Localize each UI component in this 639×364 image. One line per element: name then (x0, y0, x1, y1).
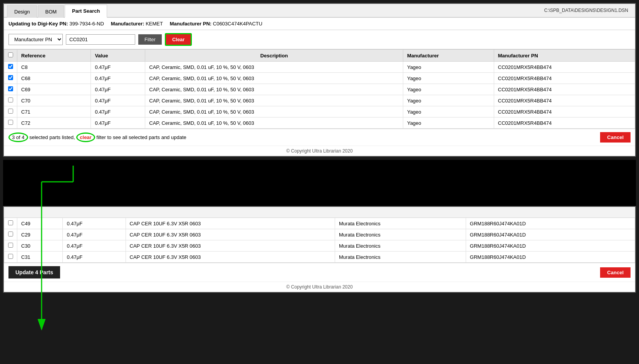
col-reference: Reference (17, 50, 91, 62)
row-reference: C68 (17, 73, 91, 84)
bottom-parts-table: C49 0.47μF CAP CER 10UF 6.3V X5R 0603 Mu… (4, 218, 635, 263)
row-checkbox[interactable] (8, 64, 13, 69)
row-manufacturer: Yageo (403, 73, 494, 84)
row-manufacturer: Yageo (403, 95, 494, 106)
row-description: CAP, Ceramic, SMD, 0.01 uF, 10 %, 50 V, … (145, 95, 403, 106)
row-mfr-pn: CC0201MRX5R4BB474 (494, 106, 635, 117)
partial-header (4, 207, 635, 218)
row-manufacturer: Yageo (403, 84, 494, 95)
row-checkbox-cell[interactable] (4, 95, 17, 106)
row-mfr-pn: CC0201MRX5R4BB474 (494, 84, 635, 95)
filter-input[interactable] (66, 34, 135, 45)
row-manufacturer: Yageo (403, 106, 494, 117)
row-manufacturer: Murata Electronics (335, 218, 466, 229)
row-reference: C71 (17, 106, 91, 117)
black-section (3, 160, 636, 206)
row-checkbox-cell[interactable] (4, 240, 17, 252)
status-bar: 3 of 4 selected parts listed, clear filt… (4, 129, 635, 146)
row-manufacturer: Yageo (403, 117, 494, 129)
row-description: CAP, Ceramic, SMD, 0.01 uF, 10 %, 50 V, … (145, 106, 403, 117)
row-description: CAP CER 10UF 6.3V X5R 0603 (126, 218, 335, 229)
col-manufacturer: Manufacturer (403, 50, 494, 62)
row-checkbox-cell[interactable] (4, 117, 17, 129)
row-mfr-pn: GRM188R60J474KA01D (466, 218, 635, 229)
manufacturer-value: KEMET (146, 21, 163, 27)
mfr-pn-value: C0603C474K4PACTU (213, 21, 262, 27)
table-row: C30 0.47μF CAP CER 10UF 6.3V X5R 0603 Mu… (4, 240, 635, 252)
table-row: C29 0.47μF CAP CER 10UF 6.3V X5R 0603 Mu… (4, 229, 635, 240)
row-checkbox-cell[interactable] (4, 229, 17, 240)
row-description: CAP CER 10UF 6.3V X5R 0603 (126, 240, 335, 252)
col-value: Value (91, 50, 145, 62)
row-checkbox[interactable] (8, 86, 13, 91)
row-description: CAP, Ceramic, SMD, 0.01 uF, 10 %, 50 V, … (145, 117, 403, 129)
clear-button[interactable]: Clear (165, 33, 192, 46)
table-row: C71 0.47μF CAP, Ceramic, SMD, 0.01 uF, 1… (4, 106, 635, 117)
row-mfr-pn: GRM188R60J474KA01D (466, 240, 635, 252)
row-reference: C29 (17, 229, 63, 240)
row-mfr-pn: CC0201MRX5R4BB474 (494, 62, 635, 73)
row-checkbox[interactable] (8, 254, 13, 259)
col-check[interactable] (4, 50, 17, 62)
row-mfr-pn: CC0201MRX5R4BB474 (494, 95, 635, 106)
col-description: Description (145, 50, 403, 62)
select-all-checkbox[interactable] (8, 52, 13, 57)
tab-part-search[interactable]: Part Search (65, 5, 107, 18)
row-checkbox[interactable] (8, 97, 13, 102)
row-reference: C70 (17, 95, 91, 106)
status-message: selected parts listed, (29, 134, 75, 140)
filter-button[interactable]: Filter (138, 34, 162, 45)
row-checkbox-cell[interactable] (4, 218, 17, 229)
row-mfr-pn: GRM188R60J474KA01D (466, 252, 635, 263)
updating-label: Updating to Digi-Key PN: (8, 21, 68, 27)
row-value: 0.47μF (63, 229, 126, 240)
count-badge: 3 of 4 (8, 133, 28, 142)
row-checkbox-cell[interactable] (4, 62, 17, 73)
row-reference: C49 (17, 218, 63, 229)
black-inner (3, 160, 122, 206)
tab-bom[interactable]: BOM (38, 5, 64, 18)
tab-bar: Design BOM Part Search C:\SPB_DATA\DESIG… (4, 4, 635, 18)
row-manufacturer: Murata Electronics (335, 252, 466, 263)
row-value: 0.47μF (63, 240, 126, 252)
mfr-pn-label: Manufacturer PN: (170, 21, 211, 27)
table-row: C68 0.47μF CAP, Ceramic, SMD, 0.01 uF, 1… (4, 73, 635, 84)
parts-table: Reference Value Description Manufacturer… (4, 49, 635, 129)
table-row: C31 0.47μF CAP CER 10UF 6.3V X5R 0603 Mu… (4, 252, 635, 263)
row-description: CAP, Ceramic, SMD, 0.01 uF, 10 %, 50 V, … (145, 62, 403, 73)
tab-design[interactable]: Design (7, 5, 37, 18)
table-row: C70 0.47μF CAP, Ceramic, SMD, 0.01 uF, 1… (4, 95, 635, 106)
row-manufacturer: Yageo (403, 62, 494, 73)
row-reference: C72 (17, 117, 91, 129)
row-reference: C30 (17, 240, 63, 252)
status-text: 3 of 4 selected parts listed, clear filt… (8, 133, 186, 142)
row-checkbox-cell[interactable] (4, 106, 17, 117)
clear-filter-link[interactable]: clear (76, 133, 95, 142)
file-path: C:\SPB_DATA\DESIGNS\DESIGN1.DSN (540, 5, 632, 15)
row-description: CAP, Ceramic, SMD, 0.01 uF, 10 %, 50 V, … (145, 73, 403, 84)
row-checkbox[interactable] (8, 231, 13, 237)
row-checkbox-cell[interactable] (4, 73, 17, 84)
bottom-cancel-button[interactable]: Cancel (600, 267, 631, 278)
row-checkbox-cell[interactable] (4, 84, 17, 95)
row-checkbox[interactable] (8, 243, 13, 248)
table-row: C72 0.47μF CAP, Ceramic, SMD, 0.01 uF, 1… (4, 117, 635, 129)
bottom-window: C49 0.47μF CAP CER 10UF 6.3V X5R 0603 Mu… (3, 206, 636, 293)
updating-value: 399-7934-6-ND (69, 21, 104, 27)
info-bar: Updating to Digi-Key PN: 399-7934-6-ND M… (4, 18, 635, 30)
top-cancel-button[interactable]: Cancel (600, 132, 631, 143)
filter-dropdown[interactable]: Manufacturer PN Reference Value (8, 34, 63, 45)
row-description: CAP CER 10UF 6.3V X5R 0603 (126, 252, 335, 263)
row-checkbox[interactable] (8, 109, 13, 114)
row-checkbox[interactable] (8, 220, 13, 225)
manufacturer-label: Manufacturer: (111, 21, 144, 27)
update-parts-button[interactable]: Update 4 Parts (8, 266, 60, 278)
row-checkbox[interactable] (8, 75, 13, 80)
row-checkbox[interactable] (8, 120, 13, 125)
row-checkbox-cell[interactable] (4, 252, 17, 263)
table-row: C49 0.47μF CAP CER 10UF 6.3V X5R 0603 Mu… (4, 218, 635, 229)
row-mfr-pn: CC0201MRX5R4BB474 (494, 117, 635, 129)
row-value: 0.47μF (91, 73, 145, 84)
row-reference: C31 (17, 252, 63, 263)
row-value: 0.47μF (63, 218, 126, 229)
